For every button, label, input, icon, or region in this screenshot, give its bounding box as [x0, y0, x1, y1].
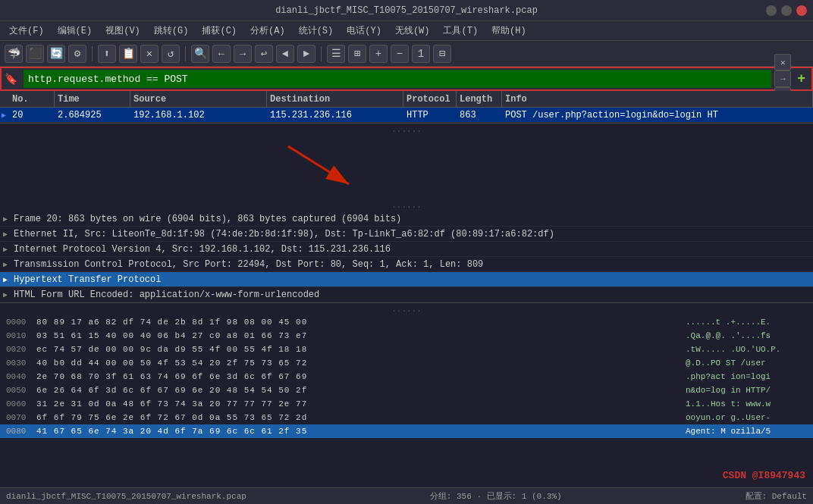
hex-row-0000: 0000 80 89 17 a6 82 df 74 de 2b 8d 1f 98… [0, 315, 813, 329]
hex-ascii: 1.1..Hos t: www.w [686, 399, 807, 409]
hex-row-0020: 0020 ec 74 57 de 00 00 9c da d9 55 4f 00… [0, 343, 813, 356]
hex-bytes: 40 b0 dd 44 00 00 50 4f 53 54 20 2f 75 7… [36, 358, 686, 368]
window-controls[interactable] [766, 5, 807, 16]
toolbar-stop-icon[interactable]: ⬛ [26, 45, 44, 63]
minimize-button[interactable] [766, 5, 777, 16]
toolbar-minus-icon[interactable]: − [391, 45, 409, 63]
toolbar-copy-icon[interactable]: 📋 [119, 45, 137, 63]
cell-info: POST /user.php?action=login&do=login HT [502, 110, 813, 121]
main-content: No. Time Source Destination Protocol Len… [0, 91, 813, 487]
detail-text-http: Hypertext Transfer Protocol [14, 274, 161, 285]
menu-stats[interactable]: 统计(S) [293, 23, 340, 39]
hex-bytes: 6e 26 64 6f 3d 6c 6f 67 69 6e 20 48 54 5… [36, 386, 686, 395]
hex-row-0060: 0060 31 2e 31 0d 0a 48 6f 73 74 3a 20 77… [0, 397, 813, 411]
expand-arrow-http: ▶ [3, 275, 11, 284]
toolbar-right-icon[interactable]: ► [297, 45, 315, 63]
hex-dots: ...... [0, 303, 813, 315]
window-title: dianli_jbctf_MISC_T10075_20150707_wiresh… [275, 5, 538, 16]
detail-row-ip[interactable]: ▶ Internet Protocol Version 4, Src: 192.… [0, 242, 813, 257]
row-indicator: ▶ [0, 111, 9, 120]
cell-proto: HTTP [403, 110, 457, 121]
hex-row-0070: 0070 6f 6f 79 75 6e 2e 6f 72 67 0d 0a 55… [0, 411, 813, 424]
status-config: 配置: Default [746, 490, 807, 502]
expand-arrow: ▶ [3, 214, 11, 224]
maximize-button[interactable] [781, 5, 792, 16]
detail-row-form[interactable]: ▶ HTML Form URL Encoded: application/x-w… [0, 287, 813, 302]
toolbar-forward-icon[interactable]: → [234, 45, 252, 63]
toolbar-grid-icon[interactable]: ⊟ [433, 45, 451, 63]
filter-apply-button[interactable]: → [774, 70, 791, 87]
detail-row-ethernet[interactable]: ▶ Ethernet II, Src: LiteonTe_8d:1f:98 (7… [0, 227, 813, 242]
hex-addr: 0030 [6, 358, 36, 368]
toolbar-back-icon[interactable]: ← [212, 45, 231, 63]
expand-arrow-eth: ▶ [3, 230, 11, 239]
menu-edit[interactable]: 编辑(E) [52, 23, 99, 39]
filter-clear-button[interactable]: ✕ [774, 54, 791, 70]
toolbar-search-icon[interactable]: 🔍 [191, 45, 209, 63]
detail-row-http[interactable]: ▶ Hypertext Transfer Protocol [0, 272, 813, 287]
toolbar-close-icon[interactable]: ✕ [140, 45, 159, 63]
menu-goto[interactable]: 跳转(G) [148, 23, 195, 39]
menu-file[interactable]: 文件(F) [3, 23, 50, 39]
toolbar-columns-icon[interactable]: ⊞ [348, 45, 366, 63]
hex-ascii: ......t .+.....E. [686, 318, 807, 327]
toolbar-up-icon[interactable]: ⬆ [98, 45, 116, 63]
packet-detail: ...... ▶ Frame 20: 863 bytes on wire (69… [0, 199, 813, 303]
toolbar-refresh-icon[interactable]: ↺ [162, 45, 180, 63]
filter-icon: 🔖 [5, 73, 17, 86]
direction-arrow-svg [228, 131, 379, 192]
close-button[interactable] [796, 5, 807, 16]
table-row[interactable]: ▶ 20 2.684925 192.168.1.102 115.231.236.… [0, 108, 813, 123]
menu-phone[interactable]: 电话(Y) [341, 23, 388, 39]
hex-row-0080: 0080 41 67 65 6e 74 3a 20 4d 6f 7a 69 6c… [0, 424, 813, 438]
bottom-filename: dianli_jbctf_MISC_T10075_20150707_wiresh… [6, 492, 246, 501]
toolbar-list-icon[interactable]: ☰ [327, 45, 345, 63]
hex-area: ...... 0000 80 89 17 a6 82 df 74 de 2b 8… [0, 303, 813, 487]
detail-row-tcp[interactable]: ▶ Transmission Control Protocol, Src Por… [0, 257, 813, 272]
expand-arrow-form: ▶ [3, 290, 11, 299]
bottom-config: 配置: Default [746, 490, 807, 502]
hex-ascii: ooyun.or g..User- [686, 413, 807, 422]
detail-dots: ...... [0, 199, 813, 211]
hex-bytes: 03 51 61 15 40 00 40 06 b4 27 c0 a8 01 6… [36, 331, 686, 340]
hex-addr: 0050 [6, 386, 36, 395]
toolbar-settings-icon[interactable]: ⚙ [68, 45, 86, 63]
hex-bytes: 80 89 17 a6 82 df 74 de 2b 8d 1f 98 08 0… [36, 318, 686, 327]
detail-row-frame[interactable]: ▶ Frame 20: 863 bytes on wire (6904 bits… [0, 211, 813, 227]
hex-row-0040: 0040 2e 70 68 70 3f 61 63 74 69 6f 6e 3d… [0, 370, 813, 383]
col-header-proto: Protocol [403, 91, 457, 107]
dots-separator: ...... [0, 124, 813, 136]
status-count: 分组: 356 · 已显示: 1 (0.3%) [430, 490, 562, 502]
watermark-text: CSDN @I8947943 [723, 470, 805, 481]
toolbar-plus-icon[interactable]: + [369, 45, 388, 63]
cell-no: 20 [9, 110, 55, 121]
hex-bytes: 2e 70 68 70 3f 61 63 74 69 6f 6e 3d 6c 6… [36, 372, 686, 381]
hex-addr: 0060 [6, 399, 36, 409]
detail-text-tcp: Transmission Control Protocol, Src Port:… [14, 259, 483, 270]
menu-bar: 文件(F) 编辑(E) 视图(V) 跳转(G) 捕获(C) 分析(A) 统计(S… [0, 21, 813, 41]
detail-text-ip: Internet Protocol Version 4, Src: 192.16… [14, 244, 391, 255]
toolbar-left-icon[interactable]: ◄ [276, 45, 294, 63]
filter-input[interactable]: http.request.method == POST [24, 70, 771, 88]
menu-analyze[interactable]: 分析(A) [244, 23, 291, 39]
col-header-info: Info [502, 91, 813, 107]
hex-bytes: 31 2e 31 0d 0a 48 6f 73 74 3a 20 77 77 7… [36, 399, 686, 409]
menu-capture[interactable]: 捕获(C) [196, 23, 243, 39]
menu-tools[interactable]: 工具(T) [437, 23, 484, 39]
menu-help[interactable]: 帮助(H) [485, 23, 532, 39]
hex-addr: 0040 [6, 372, 36, 381]
menu-wireless[interactable]: 无线(W) [389, 23, 436, 39]
title-bar: dianli_jbctf_MISC_T10075_20150707_wiresh… [0, 0, 813, 21]
toolbar-one-icon[interactable]: 1 [412, 45, 430, 63]
toolbar-restart-icon[interactable]: 🔄 [47, 45, 65, 63]
cell-source: 192.168.1.102 [130, 110, 267, 121]
filter-add-button[interactable]: + [794, 71, 808, 86]
col-header-length: Length [457, 91, 502, 107]
hex-addr: 0020 [6, 345, 36, 354]
toolbar-loop-icon[interactable]: ↩ [255, 45, 273, 63]
toolbar-shark-icon[interactable]: 🦈 [5, 45, 23, 63]
expand-arrow-tcp: ▶ [3, 260, 11, 269]
col-header-time: Time [55, 91, 130, 107]
menu-view[interactable]: 视图(V) [99, 23, 146, 39]
hex-ascii: Agent: M ozilla/5 [686, 427, 807, 436]
